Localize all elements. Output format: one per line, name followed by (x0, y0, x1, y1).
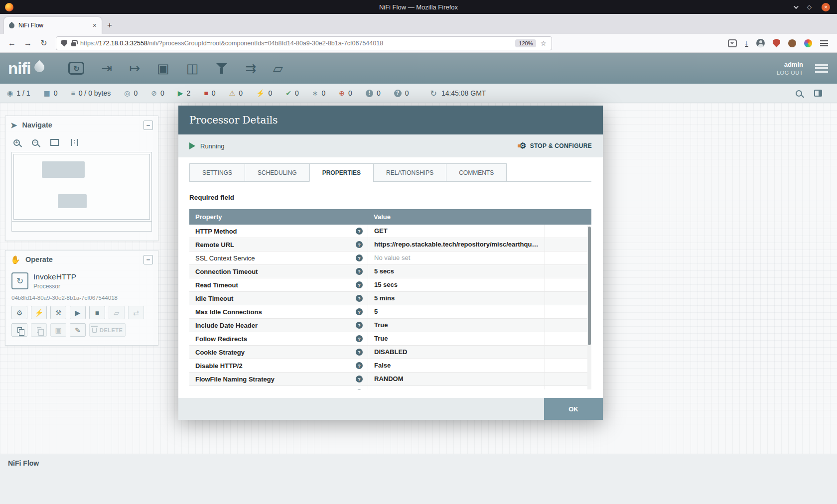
account-icon[interactable] (756, 39, 765, 47)
tab-settings[interactable]: SETTINGS (189, 163, 245, 182)
stop-and-configure-button[interactable]: ⚙ STOP & CONFIGURE (519, 142, 592, 150)
stop-button[interactable]: ■ (89, 306, 105, 319)
tab-close-icon[interactable] (93, 21, 97, 29)
window-close-icon[interactable] (822, 3, 830, 11)
forward-button[interactable]: → (21, 36, 35, 50)
template-button[interactable]: ▱ (109, 306, 125, 319)
operate-collapse-button[interactable]: − (143, 255, 153, 264)
property-row[interactable]: Max Idle Connections?5 (189, 305, 591, 319)
label-component-icon[interactable]: ▱ (273, 62, 283, 75)
enable-button[interactable]: ⚡ (31, 306, 47, 319)
configure-button[interactable]: ⚙ (11, 306, 27, 319)
sidebar-toggle-icon[interactable] (814, 90, 822, 97)
browser-menu-icon[interactable] (820, 40, 828, 46)
downloads-icon[interactable]: ↓ (745, 39, 749, 47)
nifi-global-menu-icon[interactable] (815, 64, 828, 73)
property-row[interactable]: Read Timeout?15 secs (189, 278, 591, 292)
property-value[interactable]: 15 secs (368, 278, 545, 291)
process-group-component-icon[interactable]: ▣ (157, 62, 169, 75)
breadcrumb[interactable]: NiFi Flow (8, 459, 39, 467)
template-component-icon[interactable]: ⇉ (245, 62, 256, 75)
help-icon[interactable]: ? (356, 389, 363, 389)
remote-process-group-component-icon[interactable]: ◫ (186, 62, 199, 75)
funnel-component-icon[interactable] (215, 62, 228, 75)
help-icon[interactable]: ? (356, 349, 363, 356)
help-icon[interactable]: ? (356, 295, 363, 302)
help-icon[interactable]: ? (356, 241, 363, 248)
property-value[interactable]: 5 secs (368, 265, 545, 278)
table-scrollbar[interactable] (587, 226, 591, 389)
property-row[interactable]: Remote URL?https://repo.stackable.tech/r… (189, 238, 591, 252)
back-button[interactable]: ← (5, 36, 19, 50)
group-button[interactable]: ▣ (50, 323, 66, 337)
property-row[interactable]: SSL Context Service?No value set (189, 252, 591, 265)
property-row[interactable]: HTTP Method?GET (189, 225, 591, 238)
help-icon[interactable]: ? (356, 228, 363, 235)
help-icon[interactable]: ? (356, 308, 363, 315)
help-icon[interactable]: ? (356, 376, 363, 382)
help-icon[interactable]: ? (356, 335, 363, 342)
tab-scheduling[interactable]: SCHEDULING (245, 163, 310, 182)
property-value[interactable]: False (368, 359, 545, 372)
zoom-actual-size-icon[interactable] (71, 139, 78, 146)
extension-pinwheel-icon[interactable] (804, 39, 812, 47)
output-port-component-icon[interactable]: ↦ (129, 62, 140, 75)
disable-button[interactable]: ⚒ (50, 306, 66, 319)
property-value[interactable]: https://repo.stackable.tech/repository/m… (368, 238, 545, 251)
help-icon[interactable]: ? (356, 322, 363, 329)
ok-button[interactable]: OK (544, 398, 603, 420)
property-value[interactable]: 5 mins (368, 292, 545, 305)
property-row[interactable]: Disable HTTP/2?False (189, 359, 591, 373)
paste-button[interactable] (31, 323, 47, 337)
delete-button[interactable]: DELETE (89, 323, 126, 337)
table-scrollbar-thumb[interactable] (588, 227, 591, 345)
tab-relationships[interactable]: RELATIONSHIPS (373, 163, 446, 182)
window-minimize-icon[interactable] (794, 4, 799, 9)
change-version-button[interactable]: ⇄ (128, 306, 144, 319)
new-tab-button[interactable]: + (102, 17, 118, 34)
help-icon[interactable]: ? (356, 281, 363, 288)
property-value[interactable]: DISABLED (368, 346, 545, 359)
pocket-icon[interactable] (728, 39, 737, 47)
processor-component-icon[interactable]: ↻ (68, 62, 84, 75)
property-value[interactable]: 5 (368, 305, 545, 318)
input-port-component-icon[interactable]: ⇥ (101, 62, 112, 75)
window-maximize-icon[interactable]: ◇ (807, 3, 812, 10)
property-value[interactable]: RANDOM (368, 373, 545, 385)
zoom-out-icon[interactable] (32, 139, 38, 146)
help-icon[interactable]: ? (356, 362, 363, 369)
property-row[interactable]: Include Date Header?True (189, 319, 591, 332)
property-value[interactable] (368, 386, 545, 389)
tab-comments[interactable]: COMMENTS (446, 163, 507, 182)
extension-icon[interactable] (788, 39, 796, 47)
property-row[interactable]: Connection Timeout?5 secs (189, 265, 591, 278)
refresh-icon[interactable]: ↻ (430, 89, 436, 98)
property-value[interactable]: No value set (368, 252, 545, 264)
browser-tab[interactable]: NiFi Flow (4, 17, 102, 34)
zoom-level-badge[interactable]: 120% (515, 39, 536, 47)
lock-icon[interactable] (71, 42, 76, 46)
property-row[interactable]: Follow Redirects?True (189, 332, 591, 346)
property-row[interactable]: Cookie Strategy?DISABLED (189, 346, 591, 359)
zoom-fit-icon[interactable] (50, 139, 59, 146)
birdseye-minimap[interactable] (11, 152, 152, 222)
reload-button[interactable]: ↻ (37, 36, 51, 50)
property-row[interactable]: ? (189, 386, 591, 389)
property-value[interactable]: True (368, 332, 545, 345)
tracking-shield-icon[interactable] (61, 40, 67, 47)
url-bar[interactable]: https://172.18.0.3:32558/nifi/?processGr… (56, 36, 552, 50)
property-row[interactable]: Idle Timeout?5 mins (189, 292, 591, 305)
help-icon[interactable]: ? (356, 254, 363, 261)
property-value[interactable]: True (368, 319, 545, 332)
copy-button[interactable] (11, 323, 27, 337)
navigate-collapse-button[interactable]: − (143, 121, 153, 130)
property-value[interactable]: GET (368, 225, 545, 238)
tab-properties[interactable]: PROPERTIES (309, 163, 374, 182)
zoom-in-icon[interactable] (13, 139, 20, 146)
fill-color-button[interactable]: ✎ (70, 323, 86, 337)
refresh-group[interactable]: ↻ 14:45:08 GMT (430, 89, 486, 98)
extension-ublock-icon[interactable] (773, 39, 780, 47)
property-row[interactable]: FlowFile Naming Strategy?RANDOM (189, 373, 591, 386)
bookmark-star-icon[interactable]: ☆ (540, 39, 547, 47)
help-icon[interactable]: ? (356, 268, 363, 275)
